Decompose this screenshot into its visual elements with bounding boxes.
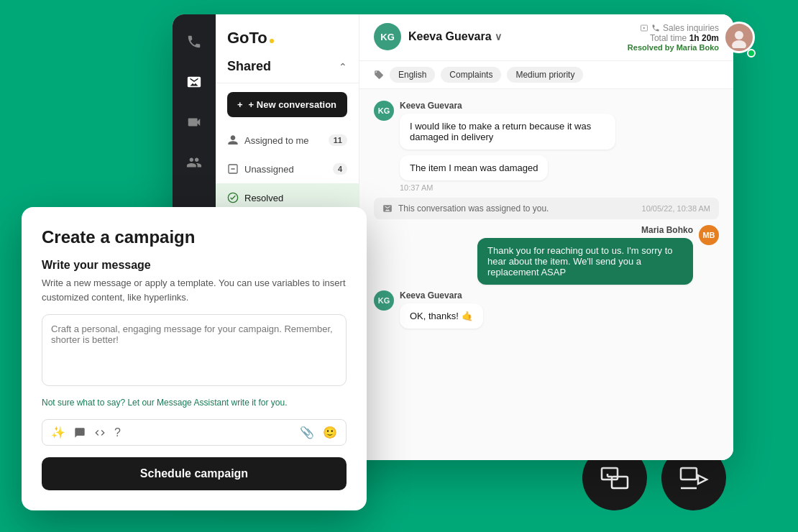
msg-sender-1: Keeva Guevara [400, 101, 615, 111]
sidebar-item-team[interactable] [181, 150, 207, 175]
campaign-message-input[interactable] [42, 314, 347, 386]
assigned-icon [227, 134, 239, 146]
logo-text: GoTo [227, 29, 267, 47]
msg-row-1: KG Keeva Guevara I would like to make a … [374, 101, 719, 150]
code-icon[interactable] [94, 427, 106, 439]
msg-row-2: The item I mean was damaged 10:37 AM [374, 155, 719, 192]
tag-english: English [390, 67, 435, 83]
conv-item-assigned[interactable]: Assigned to me 11 [216, 126, 359, 155]
msg-content-sent: Maria Bohko Thank you for reaching out t… [477, 225, 693, 285]
total-time-label: Total time [650, 33, 687, 43]
chat-messages: KG Keeva Guevara I would like to make a … [359, 89, 733, 460]
svg-point-6 [735, 31, 743, 40]
msg-sender-sent: Maria Bohko [641, 225, 693, 235]
bubble-sent: Thank you for reaching out to us. I'm so… [477, 238, 693, 285]
chat-header: KG Keeva Guevara ∨ Sales inquiries Total… [359, 14, 733, 61]
tag-icon [374, 67, 384, 83]
tag-priority: Medium priority [507, 67, 583, 83]
msg-sender-reply: Keeva Guevara [400, 290, 483, 301]
total-time-value: 1h 20m [689, 33, 719, 43]
schedule-campaign-button[interactable]: Schedule campaign [42, 457, 347, 490]
msg-avatar-reply: KG [374, 290, 394, 311]
message-assistant-link[interactable]: Message Assistant [157, 398, 229, 408]
sales-info: Sales inquiries [628, 23, 719, 33]
help-icon[interactable]: ? [114, 426, 121, 439]
msg-row-sent: MB Maria Bohko Thank you for reaching ou… [374, 225, 719, 285]
shared-header: Shared ⌃ [227, 59, 347, 74]
system-msg-text: This conversation was assigned to you. [398, 203, 549, 214]
new-conversation-button[interactable]: + + New conversation [227, 92, 347, 117]
shared-label: Shared [227, 59, 271, 74]
system-msg-time: 10/05/22, 10:38 AM [642, 204, 710, 213]
svg-rect-1 [612, 477, 628, 488]
contact-name: Keeva Guevara ∨ [408, 30, 502, 43]
sales-label: Sales inquiries [663, 23, 719, 33]
svg-rect-0 [602, 468, 618, 480]
chat-tags: English Complaints Medium priority [359, 61, 733, 89]
msg-avatar-sent: MB [699, 225, 719, 245]
svg-rect-4 [681, 468, 697, 480]
plus-icon: + [237, 99, 243, 110]
unassigned-label: Unassigned [244, 164, 294, 175]
panel-header: GoTo Shared ⌃ [216, 14, 359, 83]
msg-content-reply: Keeva Guevara OK, thanks! 🤙 [400, 290, 483, 329]
chat-area: KG Keeva Guevara ∨ Sales inquiries Total… [359, 14, 733, 460]
assigned-label: Assigned to me [244, 135, 309, 146]
bubble-2: The item I mean was damaged [400, 155, 548, 180]
unassigned-badge: 4 [333, 163, 347, 175]
campaign-toolbar: ✨ ? 📎 🙂 [42, 419, 347, 446]
resolved-label: Resolved [244, 193, 283, 203]
resolved-icon [227, 192, 239, 203]
msg-time-2: 10:37 AM [400, 183, 548, 192]
msg-content-1: Keeva Guevara I would like to make a ret… [400, 101, 615, 150]
conv-item-unassigned[interactable]: Unassigned 4 [216, 155, 359, 183]
sidebar-item-inbox[interactable] [181, 69, 207, 95]
assigned-badge: 11 [329, 134, 347, 146]
msg-row-reply: KG Keeva Guevara OK, thanks! 🤙 [374, 290, 719, 329]
attachment-icon[interactable]: 📎 [300, 426, 314, 439]
logo-area: GoTo [227, 29, 347, 47]
campaign-hint: Not sure what to say? Let our Message As… [42, 398, 347, 408]
emoji-icon[interactable]: 🙂 [323, 426, 337, 439]
system-msg: This conversation was assigned to you. 1… [374, 198, 719, 219]
resolved-by-name: Maria Boko [677, 43, 719, 52]
tag-complaints: Complaints [441, 67, 501, 83]
bubble-reply: OK, thanks! 🤙 [400, 303, 483, 329]
sidebar-item-video[interactable] [181, 109, 207, 135]
chevron-icon: ∨ [495, 31, 502, 42]
conv-item-left: Assigned to me [227, 134, 309, 146]
forward-icon [640, 24, 648, 32]
conv-item-unassigned-left: Unassigned [227, 163, 294, 175]
online-indicator [747, 49, 756, 58]
bubble-1: I would like to make a return because it… [400, 114, 615, 150]
magic-icon[interactable]: ✨ [51, 426, 65, 439]
logo-dot [270, 39, 274, 43]
campaign-modal: Create a campaign Write your message Wri… [22, 207, 367, 510]
chevron-down-icon[interactable]: ⌃ [339, 61, 347, 73]
campaign-desc: Write a new message or apply a template.… [42, 276, 347, 304]
contact-avatar: KG [374, 23, 401, 50]
total-time-row: Total time 1h 20m [628, 33, 719, 43]
campaign-section-title: Write your message [42, 259, 347, 272]
svg-point-7 [732, 40, 746, 48]
sidebar-item-phone[interactable] [181, 29, 207, 55]
msg-content-2: The item I mean was damaged 10:37 AM [400, 155, 548, 192]
unassigned-icon [227, 163, 239, 175]
conv-item-resolved-left: Resolved [227, 192, 283, 203]
chat-header-right: Sales inquiries Total time 1h 20m Resolv… [628, 23, 719, 52]
new-conv-label: + New conversation [249, 99, 336, 110]
system-icon [382, 203, 393, 214]
phone-icon-small [651, 24, 660, 32]
chat-header-left: KG Keeva Guevara ∨ [374, 23, 502, 50]
resolved-by: Resolved by Maria Boko [628, 43, 719, 52]
msg-avatar-1: KG [374, 101, 394, 121]
chat-icon[interactable] [74, 427, 86, 439]
campaign-title: Create a campaign [42, 227, 347, 247]
